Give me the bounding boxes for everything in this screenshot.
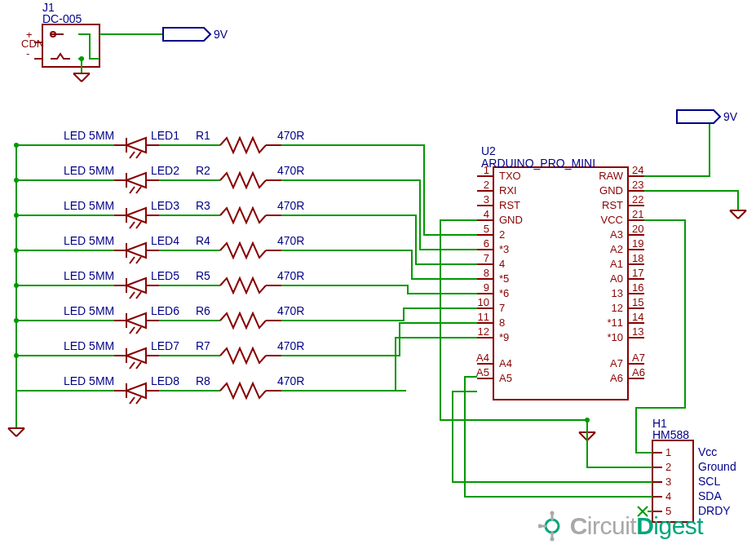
svg-text:A2: A2 [610, 243, 623, 255]
svg-marker-121 [126, 383, 146, 398]
svg-text:CDN: CDN [21, 38, 44, 50]
svg-marker-17 [126, 138, 146, 153]
svg-text:470R: 470R [277, 269, 304, 282]
svg-text:A5: A5 [499, 372, 512, 384]
svg-text:13: 13 [612, 287, 623, 299]
led-row-5: LED 5MMLED5R5470R [14, 269, 372, 299]
svg-text:5: 5 [484, 223, 489, 235]
svg-text:A5: A5 [476, 366, 489, 378]
svg-text:470R: 470R [277, 164, 304, 177]
svg-text:LED 5MM: LED 5MM [64, 339, 114, 352]
svg-text:*9: *9 [499, 331, 509, 343]
svg-text:14: 14 [632, 311, 643, 323]
svg-line-229 [579, 432, 587, 440]
svg-line-50 [136, 222, 141, 228]
svg-text:*11: *11 [607, 316, 623, 329]
svg-point-11 [79, 56, 84, 61]
svg-text:7: 7 [484, 252, 489, 264]
svg-marker-92 [126, 313, 146, 328]
svg-line-13 [73, 73, 82, 82]
svg-marker-62 [126, 243, 146, 258]
svg-line-20 [136, 152, 141, 158]
led-row-3: LED 5MMLED3R3470R [14, 199, 349, 228]
svg-line-227 [738, 210, 746, 219]
svg-line-65 [136, 257, 141, 263]
svg-text:2: 2 [499, 228, 505, 241]
ground-symbol-jack [73, 73, 90, 82]
svg-text:13: 13 [632, 325, 643, 338]
svg-line-226 [730, 210, 738, 219]
svg-text:A1: A1 [610, 258, 623, 270]
svg-text:RST: RST [602, 199, 623, 211]
svg-text:R7: R7 [196, 339, 210, 352]
svg-text:6: 6 [484, 237, 489, 250]
svg-line-136 [8, 428, 16, 436]
svg-text:Ground: Ground [698, 460, 736, 473]
svg-text:R8: R8 [196, 374, 210, 387]
svg-text:*5: *5 [499, 272, 509, 285]
svg-text:A7: A7 [632, 352, 645, 364]
svg-text:2: 2 [484, 179, 489, 191]
svg-text:17: 17 [632, 267, 643, 279]
svg-marker-9 [163, 28, 210, 41]
svg-text:LED 5MM: LED 5MM [64, 164, 114, 177]
svg-text:A4: A4 [476, 352, 489, 364]
svg-line-14 [82, 73, 90, 82]
svg-text:470R: 470R [277, 129, 304, 142]
svg-line-49 [130, 222, 135, 228]
no-connect [638, 507, 652, 516]
svg-text:A0: A0 [610, 272, 623, 285]
svg-text:9: 9 [484, 281, 489, 294]
ground-symbol-leds [8, 428, 24, 436]
svg-text:5: 5 [665, 505, 671, 517]
svg-text:3: 3 [484, 193, 489, 206]
svg-text:8: 8 [484, 267, 489, 279]
svg-text:22: 22 [632, 193, 643, 206]
svg-text:10: 10 [478, 296, 489, 308]
svg-line-137 [16, 428, 24, 436]
svg-text:470R: 470R [277, 339, 304, 352]
led-row-7: LED 5MMLED7R7470R [14, 339, 395, 369]
svg-text:1: 1 [665, 446, 671, 458]
svg-text:1: 1 [484, 164, 489, 176]
svg-line-79 [130, 292, 135, 299]
svg-text:470R: 470R [277, 234, 304, 247]
svg-text:*6: *6 [499, 287, 509, 299]
svg-text:LED 5MM: LED 5MM [64, 304, 114, 317]
arduino-ref: U2 [481, 144, 496, 157]
svg-text:LED1: LED1 [151, 129, 179, 142]
svg-line-124 [136, 397, 141, 404]
svg-text:A3: A3 [610, 228, 623, 241]
svg-text:R2: R2 [196, 164, 210, 177]
svg-text:4: 4 [665, 490, 671, 502]
led-row-4: LED 5MMLED4R4470R [14, 234, 360, 263]
svg-text:A6: A6 [632, 366, 645, 378]
svg-line-64 [130, 257, 135, 263]
svg-text:8: 8 [499, 316, 505, 329]
svg-marker-107 [126, 348, 146, 363]
svg-text:LED 5MM: LED 5MM [64, 129, 114, 142]
svg-text:DRDY: DRDY [698, 504, 731, 517]
svg-text:23: 23 [632, 179, 643, 191]
svg-text:R4: R4 [196, 234, 210, 247]
svg-text:18: 18 [632, 252, 643, 264]
svg-text:19: 19 [632, 237, 643, 250]
svg-text:LED 5MM: LED 5MM [64, 199, 114, 212]
svg-text:TXO: TXO [499, 170, 521, 182]
svg-text:16: 16 [632, 281, 643, 294]
svg-rect-0 [42, 24, 99, 67]
led-row-8: LED 5MMLED8R8470R [16, 374, 406, 404]
svg-line-110 [136, 362, 141, 369]
svg-text:VCC: VCC [601, 214, 623, 226]
svg-text:R1: R1 [196, 129, 210, 142]
svg-text:7: 7 [499, 302, 505, 314]
svg-text:470R: 470R [277, 304, 304, 317]
svg-marker-47 [126, 208, 146, 223]
svg-text:GND: GND [599, 184, 623, 197]
led-row-2: LED 5MMLED2R2470R [14, 164, 338, 193]
svg-marker-223 [677, 110, 720, 123]
ground-symbol-right [730, 210, 746, 219]
led-row-6: LED 5MMLED6R6470R [14, 304, 383, 334]
hm588-sensor: H1 HM588 1Vcc2Ground3SCL4SDA5DRDY [652, 417, 736, 522]
svg-text:20: 20 [632, 223, 643, 235]
